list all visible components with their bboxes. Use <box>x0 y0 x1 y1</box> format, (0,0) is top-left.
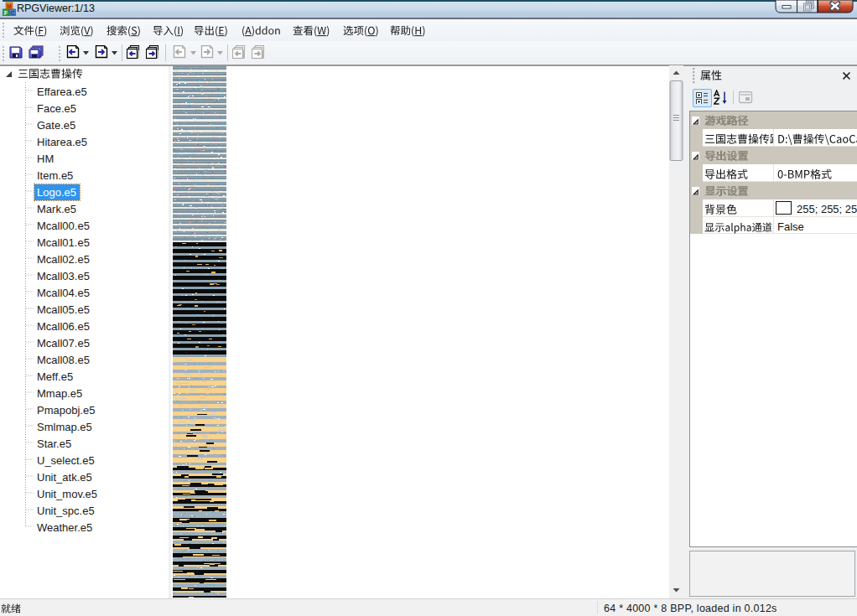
svg-text:F: F <box>4 10 8 16</box>
svg-text:M: M <box>7 3 12 9</box>
svg-text:C: C <box>10 10 14 16</box>
